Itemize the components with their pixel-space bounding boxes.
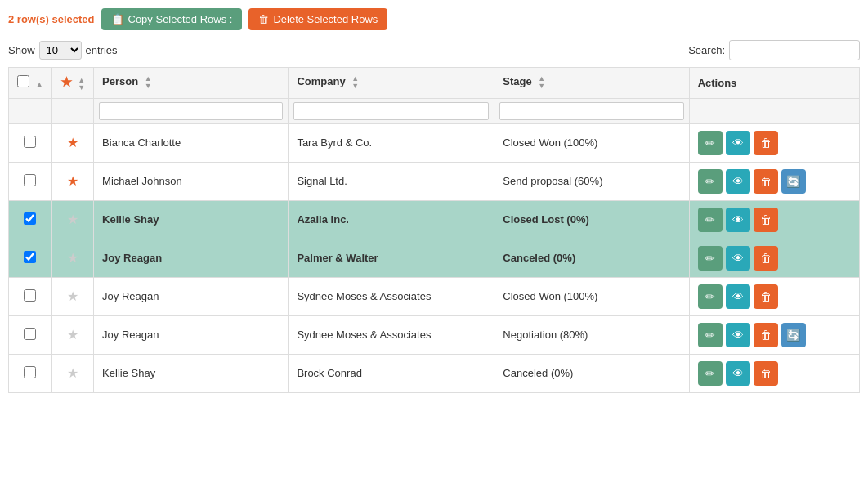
- delete-row-button[interactable]: 🗑: [754, 361, 778, 386]
- filter-star-cell: [51, 98, 94, 123]
- row-stage: Negotiation (80%): [494, 315, 689, 354]
- edit-icon: ✏: [705, 290, 715, 303]
- star-icon[interactable]: ★: [67, 251, 78, 265]
- star-icon[interactable]: ★: [67, 289, 78, 303]
- row-actions: ✏👁🗑🔄: [689, 315, 859, 354]
- view-button[interactable]: 👁: [726, 361, 750, 386]
- view-button[interactable]: 👁: [726, 284, 750, 309]
- row-person: Bianca Charlotte: [94, 123, 289, 162]
- row-star-cell: ★: [51, 354, 94, 392]
- row-checkbox[interactable]: [24, 174, 36, 186]
- edit-button[interactable]: ✏: [698, 323, 723, 347]
- view-button[interactable]: 👁: [726, 323, 750, 347]
- row-checkbox[interactable]: [24, 366, 36, 378]
- entries-label: entries: [86, 44, 118, 56]
- refresh-button[interactable]: 🔄: [781, 169, 806, 194]
- delete-row-button[interactable]: 🗑: [754, 284, 778, 309]
- edit-button[interactable]: ✏: [698, 284, 723, 309]
- star-icon[interactable]: ★: [67, 136, 78, 150]
- select-all-checkbox[interactable]: [17, 75, 29, 87]
- header-actions: Actions: [689, 68, 859, 99]
- selected-count-label: 2 row(s) selected: [8, 13, 95, 25]
- filter-stage-input[interactable]: [499, 102, 683, 120]
- row-checkbox[interactable]: [24, 328, 36, 340]
- view-button[interactable]: 👁: [726, 208, 750, 232]
- view-button[interactable]: 👁: [726, 169, 750, 194]
- edit-icon: ✏: [705, 367, 715, 380]
- data-table: ▲ ★ ▲ ▼ Person ▲ ▼ Company ▲: [8, 67, 860, 393]
- company-sort-icons[interactable]: ▲ ▼: [351, 75, 359, 90]
- edit-button[interactable]: ✏: [698, 246, 723, 271]
- table-row: ★Bianca CharlotteTara Byrd & Co.Closed W…: [9, 123, 860, 162]
- row-checkbox[interactable]: [24, 136, 36, 148]
- star-icon[interactable]: ★: [67, 366, 78, 380]
- row-company: Tara Byrd & Co.: [289, 123, 494, 162]
- row-company: Azalia Inc.: [289, 200, 494, 239]
- eye-icon: 👁: [732, 252, 744, 265]
- view-button[interactable]: 👁: [726, 131, 750, 155]
- row-company: Palmer & Walter: [289, 239, 494, 277]
- row-person: Michael Johnson: [94, 162, 289, 200]
- show-entries-control: Show 10 5 25 50 100 entries: [8, 41, 118, 60]
- refresh-button[interactable]: 🔄: [781, 323, 806, 347]
- star-icon[interactable]: ★: [67, 212, 78, 226]
- row-company: Signal Ltd.: [289, 162, 494, 200]
- delete-row-button[interactable]: 🗑: [754, 169, 778, 194]
- edit-button[interactable]: ✏: [698, 208, 723, 232]
- row-checkbox[interactable]: [24, 251, 36, 263]
- trash-icon: 🗑: [760, 136, 772, 150]
- sort-desc-icon: ▼: [351, 83, 359, 90]
- edit-button[interactable]: ✏: [698, 361, 723, 386]
- filter-checkbox-cell: [9, 98, 52, 123]
- edit-icon: ✏: [705, 252, 715, 265]
- entries-select[interactable]: 10 5 25 50 100: [39, 41, 82, 60]
- trash-icon: 🗑: [760, 175, 772, 188]
- delete-row-button[interactable]: 🗑: [754, 208, 778, 232]
- header-star-icon[interactable]: ★: [60, 75, 72, 89]
- delete-selected-button[interactable]: 🗑 Delete Selected Rows: [248, 8, 387, 30]
- row-stage: Canceled (0%): [494, 239, 689, 277]
- row-company: Sydnee Moses & Associates: [289, 277, 494, 315]
- row-stage: Canceled (0%): [494, 354, 689, 392]
- star-icon[interactable]: ★: [67, 328, 78, 342]
- person-sort-icons[interactable]: ▲ ▼: [145, 75, 152, 90]
- copy-icon: 📋: [111, 13, 124, 25]
- stage-sort-icons[interactable]: ▲ ▼: [538, 75, 545, 90]
- sort-icons[interactable]: ▲: [36, 81, 43, 88]
- row-actions: ✏👁🗑🔄: [689, 162, 859, 200]
- delete-row-button[interactable]: 🗑: [754, 131, 778, 155]
- header-checkbox-cell: ▲: [9, 68, 52, 99]
- row-checkbox[interactable]: [24, 212, 36, 225]
- row-stage: Send proposal (60%): [494, 162, 689, 200]
- trash-icon: 🗑: [760, 329, 772, 342]
- edit-button[interactable]: ✏: [698, 131, 723, 155]
- trash-icon: 🗑: [760, 252, 772, 265]
- trash-icon: 🗑: [760, 367, 772, 380]
- delete-row-button[interactable]: 🗑: [754, 246, 778, 271]
- filter-company-input[interactable]: [293, 102, 489, 120]
- star-icon[interactable]: ★: [67, 174, 78, 188]
- header-company: Company ▲ ▼: [289, 68, 494, 99]
- eye-icon: 👁: [732, 329, 744, 342]
- edit-button[interactable]: ✏: [698, 169, 723, 194]
- row-company: Brock Conrad: [289, 354, 494, 392]
- trash-icon: 🗑: [760, 290, 772, 303]
- star-sort-icons[interactable]: ▲ ▼: [78, 77, 85, 92]
- row-checkbox[interactable]: [24, 289, 36, 302]
- eye-icon: 👁: [732, 290, 744, 303]
- filter-person-input[interactable]: [99, 102, 283, 120]
- delete-row-button[interactable]: 🗑: [754, 323, 778, 347]
- refresh-icon: 🔄: [786, 175, 800, 188]
- row-star-cell: ★: [51, 200, 94, 239]
- filter-row: [9, 98, 860, 123]
- search-input[interactable]: [729, 40, 860, 60]
- copy-selected-button[interactable]: 📋 Copy Selected Rows :: [101, 8, 243, 30]
- view-button[interactable]: 👁: [726, 246, 750, 271]
- edit-icon: ✏: [705, 213, 715, 226]
- eye-icon: 👁: [732, 213, 744, 226]
- row-actions: ✏👁🗑: [689, 239, 859, 277]
- sort-desc-icon: ▼: [538, 83, 545, 90]
- row-checkbox-cell: [9, 200, 52, 239]
- row-stage: Closed Lost (0%): [494, 200, 689, 239]
- row-stage: Closed Won (100%): [494, 277, 689, 315]
